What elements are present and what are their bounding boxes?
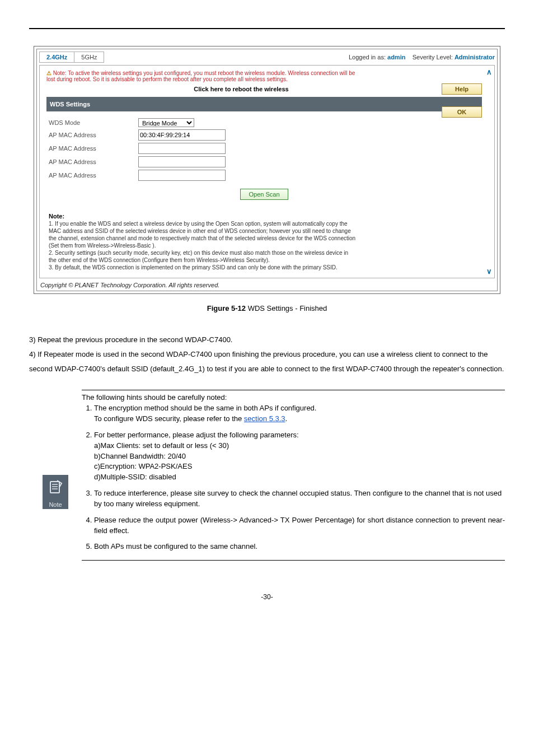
ap-mac-label-2: AP MAC Address [49,145,138,152]
page-number: -30- [29,593,505,601]
hints-table: Note The following hints should be caref… [29,390,505,561]
figure-caption-bold: Figure 5-12 [207,304,246,312]
figure-caption: Figure 5-12 WDS Settings - Finished [29,304,505,312]
note-1a: 1. If you enable the WDS and select a wi… [49,220,480,227]
copyright: Copyright © PLANET Technology Corporatio… [39,281,495,288]
tabs-row: 2.4GHz 5GHz Logged in as: admin Severity… [39,52,495,63]
ok-button[interactable]: OK [442,106,482,118]
ap-mac-input-2[interactable] [138,143,226,154]
severity-value: Administrator [455,54,495,60]
hints-intro: The following hints should be carefully … [82,393,505,403]
login-info: Logged in as: admin Severity Level: Admi… [349,54,495,60]
note-block: Note: 1. If you enable the WDS and selec… [49,212,480,271]
scroll-area: ∧ ∨ ⚠ Note: To active the wireless setti… [39,65,495,278]
severity-prefix: Severity Level: [413,54,455,60]
ap-mac-input-4[interactable] [138,170,226,181]
ap-mac-input-3[interactable] [138,156,226,167]
hints-content: The following hints should be carefully … [82,390,505,561]
figure-caption-rest: WDS Settings - Finished [246,304,327,312]
hint-1b-post: . [285,414,288,423]
hints-icon-cell: Note [29,390,82,561]
note-2b: the other end of the WDS connection (Con… [49,256,480,264]
hint-2: For better performance, please adjust th… [94,430,505,483]
svg-rect-0 [50,482,59,493]
help-button[interactable]: Help [442,83,482,95]
wds-mode-label: WDS Mode [49,119,138,126]
hint-2d: d)Multiple-SSID: disabled [94,472,505,483]
ap-mac-input-1[interactable] [138,129,226,141]
note-title: Note: [49,212,480,220]
screenshot-frame: 2.4GHz 5GHz Logged in as: admin Severity… [34,46,500,294]
reboot-warning: ⚠ Note: To active the wireless settings … [46,70,482,76]
screenshot: 2.4GHz 5GHz Logged in as: admin Severity… [36,49,498,291]
note-1b: MAC address and SSID of the selected wir… [49,227,480,235]
body-p3: 3) Repeat the previous procedure in the … [29,333,505,347]
login-user: admin [387,54,405,60]
body-p4: 4) If Repeater mode is used in the secon… [29,347,505,376]
open-scan-button[interactable]: Open Scan [240,189,288,200]
note-icon [43,475,68,501]
ap-mac-label-3: AP MAC Address [49,158,138,165]
click-reboot-link[interactable]: Click here to reboot the wireless [46,86,436,92]
wds-settings-body: WDS Mode Bridge Mode AP MAC Address AP M… [46,111,482,273]
note-1d: (Set them from Wireless->Wireless-Basic … [49,242,480,249]
ap-mac-label-4: AP MAC Address [49,172,138,179]
scroll-down-icon[interactable]: ∨ [486,267,492,276]
note-1c: the channel, extension channel and mode … [49,235,480,242]
scroll-up-icon[interactable]: ∧ [486,68,492,76]
hint-5: Both APs must be configured to the same … [94,542,505,552]
reboot-warning-text-1: Note: To active the wireless settings yo… [53,70,355,76]
note-2a: 2. Security settings (such security mode… [49,249,480,256]
tab-5ghz[interactable]: 5GHz [74,52,104,63]
tab-24ghz[interactable]: 2.4GHz [39,52,74,63]
note-icon-label: Note [43,501,68,509]
hint-2c: c)Encryption: WPA2-PSK/AES [94,461,505,472]
hint-1a: The encryption method should be the same… [94,404,316,412]
reboot-warning-text-2: lost during reboot. So it is advisable t… [46,76,482,82]
wds-settings-title: WDS Settings [50,101,90,108]
hint-2-intro: For better performance, please adjust th… [94,431,299,439]
hint-1b-link[interactable]: section 5.3.3 [244,414,285,423]
hint-2b: b)Channel Bandwidth: 20/40 [94,451,505,462]
hint-2a: a)Max Clients: set to default or less (<… [94,441,505,451]
warning-icon: ⚠ [46,70,51,76]
hint-4: Please reduce the output power (Wireless… [94,515,505,536]
wds-settings-header: WDS Settings OK [46,97,482,111]
wds-mode-select[interactable]: Bridge Mode [138,118,194,127]
ap-mac-label-1: AP MAC Address [49,132,138,138]
hint-3: To reduce interference, please site surv… [94,488,505,510]
hint-1: The encryption method should be the same… [94,403,505,424]
top-rule [29,28,505,29]
note-3: 3. By default, the WDS connection is imp… [49,264,480,271]
hint-1b-pre: To configure WDS security, please refer … [94,414,244,423]
login-prefix: Logged in as: [349,54,387,60]
